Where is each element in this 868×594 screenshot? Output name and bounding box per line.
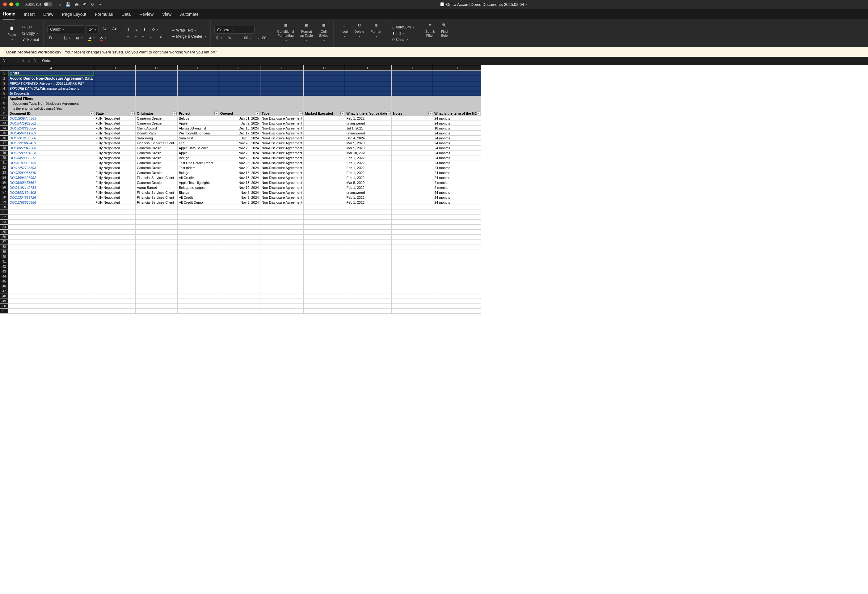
format-as-table-button[interactable]: ▦ Format as Table [298, 21, 315, 46]
cell[interactable] [260, 220, 303, 225]
cell[interactable] [8, 289, 94, 294]
cell[interactable] [304, 106, 345, 111]
cell[interactable]: Nov 25, 2024 [219, 155, 260, 160]
cell[interactable]: 24 months [433, 200, 481, 205]
sort-filter-button[interactable]: ▼ Sort & Filter [423, 21, 437, 46]
cell[interactable] [392, 180, 433, 185]
cell[interactable] [392, 81, 433, 86]
cell[interactable]: 2 months [433, 185, 481, 190]
cell[interactable] [219, 76, 260, 81]
cell[interactable]: Non-Disclosure Agreement [260, 146, 303, 151]
cell[interactable] [177, 274, 219, 279]
cell[interactable] [177, 210, 219, 215]
cell[interactable] [392, 244, 433, 250]
cell[interactable] [8, 254, 94, 259]
cell[interactable]: Cameron Dresie [135, 151, 177, 155]
cell[interactable] [304, 284, 345, 289]
row-header-3[interactable]: 3 [0, 81, 8, 86]
cell[interactable] [304, 155, 345, 160]
cell-styles-button[interactable]: ▦ Cell Styles [317, 21, 331, 46]
cell[interactable] [94, 225, 135, 230]
cell[interactable] [304, 244, 345, 250]
cell[interactable] [304, 195, 345, 200]
cell[interactable] [135, 230, 177, 235]
cell[interactable] [392, 101, 433, 106]
cell[interactable]: Nov 15, 2024 [219, 175, 260, 180]
cell[interactable] [392, 160, 433, 165]
cell[interactable] [304, 121, 345, 126]
tab-formulas[interactable]: Formulas [95, 9, 113, 19]
fill-button[interactable]: ⬇Fill [390, 30, 416, 37]
cell[interactable] [345, 215, 392, 220]
delete-cells-button[interactable]: ⊟ Delete [352, 21, 367, 46]
cell[interactable] [392, 254, 433, 259]
cell[interactable] [94, 230, 135, 235]
cell[interactable] [433, 205, 481, 210]
cell[interactable] [219, 289, 260, 294]
row-header-51[interactable]: 51 [0, 309, 8, 314]
wrap-text-button[interactable]: ↩Wrap Text [170, 27, 208, 33]
cell[interactable]: Non-Disclosure Agreement [260, 185, 303, 190]
cell[interactable] [135, 239, 177, 244]
cell[interactable] [219, 235, 260, 239]
cell[interactable] [433, 250, 481, 254]
cell[interactable] [345, 81, 392, 86]
cell[interactable] [392, 175, 433, 180]
cell[interactable] [94, 96, 135, 101]
cell[interactable] [433, 220, 481, 225]
cell[interactable] [433, 86, 481, 91]
cell[interactable] [260, 215, 303, 220]
cell[interactable]: Non-Disclosure Agreement [260, 160, 303, 165]
cell[interactable]: Type▼ [260, 111, 303, 116]
cell[interactable] [177, 230, 219, 235]
cell[interactable]: Applied Filters [8, 96, 94, 101]
cell[interactable] [8, 279, 94, 284]
row-header-30[interactable]: 30 [0, 205, 8, 210]
cell[interactable] [219, 86, 260, 91]
cell[interactable] [304, 146, 345, 151]
cell[interactable]: 24 months [433, 136, 481, 140]
cell[interactable]: Ontra [8, 71, 94, 76]
cell[interactable] [304, 91, 345, 96]
save-icon[interactable]: 💾 [65, 2, 71, 7]
row-header-1[interactable]: 1 [0, 71, 8, 76]
cell[interactable] [219, 101, 260, 106]
row-header-2[interactable]: 2 [0, 76, 8, 81]
cell[interactable] [177, 81, 219, 86]
cell[interactable]: DOC3319188560 [8, 136, 94, 140]
cell[interactable] [260, 274, 303, 279]
cell[interactable] [304, 151, 345, 155]
row-header-44[interactable]: 44 [0, 274, 8, 279]
cell[interactable] [345, 71, 392, 76]
cell[interactable] [260, 254, 303, 259]
cell[interactable] [94, 235, 135, 239]
cell[interactable] [392, 279, 433, 284]
cell[interactable]: DOC4191142734 [8, 185, 94, 190]
cell[interactable]: Fully Negotiated [94, 175, 135, 180]
row-header-25[interactable]: 25 [0, 180, 8, 185]
tab-draw[interactable]: Draw [43, 9, 53, 19]
cell[interactable] [219, 269, 260, 274]
cell[interactable] [260, 264, 303, 269]
row-header-15[interactable]: 15 [0, 131, 8, 136]
cell[interactable] [392, 250, 433, 254]
cell[interactable] [260, 86, 303, 91]
italic-button[interactable]: I [56, 35, 60, 41]
row-header-23[interactable]: 23 [0, 170, 8, 175]
cell[interactable]: Financial Services Client [135, 140, 177, 146]
document-title[interactable]: Ontra Accord Demo Documents 2025.02.04 ▾ [103, 2, 865, 7]
row-header-28[interactable]: 28 [0, 195, 8, 200]
cell[interactable] [177, 250, 219, 254]
row-header-48[interactable]: 48 [0, 294, 8, 299]
filter-dropdown-icon[interactable]: ▼ [340, 112, 344, 115]
cell[interactable]: Alt Credit4 [177, 175, 219, 180]
cell[interactable]: What is the effective date o▼ [345, 111, 392, 116]
cell[interactable]: Feb 1, 2022 [345, 175, 392, 180]
cell[interactable] [219, 106, 260, 111]
cell[interactable]: Fully Negotiated [94, 151, 135, 155]
row-header-42[interactable]: 42 [0, 264, 8, 269]
cell[interactable] [260, 250, 303, 254]
cell[interactable] [177, 205, 219, 210]
cell[interactable] [219, 294, 260, 299]
autosave-toggle[interactable] [44, 2, 53, 6]
